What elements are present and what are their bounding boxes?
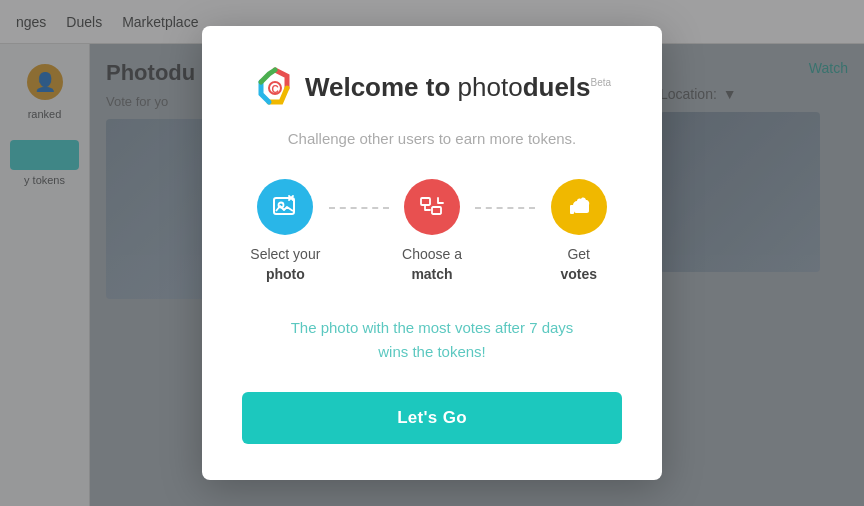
svg-rect-6 (570, 205, 574, 214)
svg-text:C: C (271, 84, 278, 95)
brand-logo-icon: C (253, 66, 297, 110)
modal-logo: C Welcome to photoduelsBeta (242, 66, 622, 110)
step-select-photo: Select your photo (242, 179, 329, 284)
step3-label: Get votes (560, 245, 597, 284)
step3-circle (551, 179, 607, 235)
brand-name: Welcome to photoduelsBeta (305, 72, 611, 103)
step1-circle (257, 179, 313, 235)
step-choose-match: Choose a match (389, 179, 476, 284)
svg-rect-4 (421, 198, 430, 205)
step-get-votes: Get votes (535, 179, 622, 284)
modal-overlay: C Welcome to photoduelsBeta Challenge ot… (0, 0, 864, 506)
modal-description: The photo with the most votes after 7 da… (242, 316, 622, 364)
lets-go-button[interactable]: Let's Go (242, 392, 622, 444)
step2-circle (404, 179, 460, 235)
step2-label: Choose a match (402, 245, 462, 284)
modal-subtitle: Challenge other users to earn more token… (242, 130, 622, 147)
svg-rect-5 (432, 207, 441, 214)
step-connector-1 (329, 207, 389, 209)
step-connector-2 (475, 207, 535, 209)
steps-container: Select your photo Choose a match (242, 179, 622, 284)
welcome-modal: C Welcome to photoduelsBeta Challenge ot… (202, 26, 662, 480)
step1-label: Select your photo (250, 245, 320, 284)
beta-badge: Beta (591, 78, 612, 89)
